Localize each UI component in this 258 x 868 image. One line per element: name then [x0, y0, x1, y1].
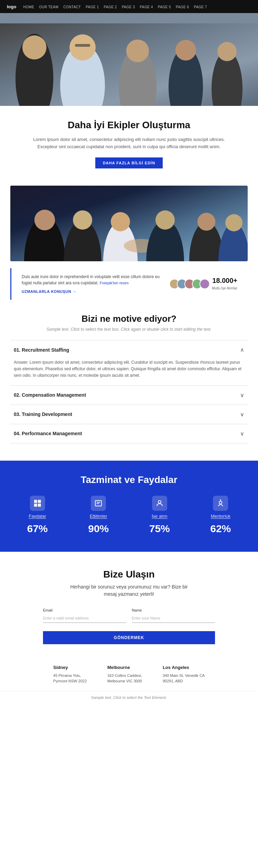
- office-melbourne-city: Melbourne: [107, 665, 142, 670]
- happy-hires-count: 18.000+: [212, 277, 237, 285]
- office-sydney-address: 45 Pirrama Yolu, Pyrmont NSW 2022: [53, 673, 87, 684]
- nav-home[interactable]: HOME: [23, 5, 34, 9]
- benefit-item-3: İşe alım 75%: [132, 496, 187, 535]
- email-label: Email: [43, 608, 126, 612]
- intro-cta-button[interactable]: DAHA FAZLA BİLGİ EDİN: [95, 157, 163, 168]
- benefits-icon-3: [155, 499, 164, 507]
- benefit-icon-2: [91, 496, 106, 511]
- nav-page4[interactable]: PAGE 4: [140, 5, 153, 9]
- name-input[interactable]: [132, 614, 215, 623]
- stats-cta-link[interactable]: UZMANLARLA KONUŞUN →: [22, 289, 162, 295]
- office-melbourne-address: 163 Collins Caddesi, Melbourne VIC 3000: [107, 673, 142, 684]
- svg-point-25: [225, 214, 243, 231]
- office-la-city: Los Angeles: [163, 665, 205, 670]
- stats-description: Duis aute irure dolor in reprehenderit i…: [22, 274, 162, 295]
- svg-rect-26: [34, 500, 37, 503]
- hero-overlay: [0, 78, 258, 106]
- svg-rect-27: [38, 500, 41, 503]
- stats-text-line1: Duis aute irure dolor in reprehenderit i…: [22, 274, 160, 285]
- benefits-grid: Faydalar 67% Eğitimler 90% İşe alım: [10, 496, 248, 535]
- accordion-item-4: 04. Performance Management ∨: [10, 424, 248, 443]
- nav-page6[interactable]: PAGE 6: [176, 5, 189, 9]
- contact-title: Bize Ulaşın: [10, 569, 248, 580]
- benefit-icon-4: [213, 496, 228, 511]
- accordion-header-3[interactable]: 03. Training Development ∨: [10, 405, 248, 424]
- svg-point-33: [158, 501, 161, 503]
- benefit-percent-3: 75%: [149, 523, 170, 535]
- email-form-group: Email: [43, 608, 126, 623]
- accordion-title-4: 04. Performance Management: [14, 431, 82, 436]
- intro-description: Lorem ipsum dolor sit amet, consectetur …: [29, 136, 229, 151]
- benefit-icon-3: [152, 496, 167, 511]
- accordion-title-3: 03. Training Development: [14, 411, 72, 417]
- accordion-item-2: 02. Compensation Management ∨: [10, 385, 248, 405]
- accordion-header-1[interactable]: 01. Recruitment Staffing ∧: [10, 340, 248, 359]
- stats-freepik-link[interactable]: Freepik'ten resim: [100, 281, 129, 285]
- nav-page1[interactable]: PAGE 1: [86, 5, 99, 9]
- benefit-label-4: Mentorluk: [211, 514, 230, 519]
- team-image-section: [0, 179, 258, 268]
- benefit-item-2: Eğitimler 90%: [72, 496, 126, 535]
- contact-subtitle: Herhangi bir sorunuz veya yorumunuz mu v…: [10, 583, 248, 598]
- svg-point-14: [34, 210, 55, 230]
- avatar-row: [169, 279, 210, 289]
- svg-point-23: [197, 213, 215, 231]
- svg-point-36: [220, 499, 221, 500]
- navbar: logo HOME OUR TEAM CONTACT PAGE 1 PAGE 2…: [0, 0, 258, 13]
- nav-our-team[interactable]: OUR TEAM: [39, 5, 58, 9]
- accordion-header-2[interactable]: 02. Compensation Management ∨: [10, 386, 248, 405]
- office-melbourne: Melbourne 163 Collins Caddesi, Melbourne…: [107, 665, 142, 684]
- accordion-header-4[interactable]: 04. Performance Management ∨: [10, 424, 248, 443]
- benefit-icon-1: [30, 496, 45, 511]
- submit-button[interactable]: GÖNDERMEK: [43, 631, 215, 644]
- intro-title: Daha İyi Ekipler Oluşturma: [10, 120, 248, 131]
- accordion: 01. Recruitment Staffing ∧ Answer. Lorem…: [10, 340, 248, 443]
- nav-page7[interactable]: PAGE 7: [194, 5, 207, 9]
- accordion-item-1: 01. Recruitment Staffing ∧ Answer. Lorem…: [10, 340, 248, 385]
- accordion-title-1: 01. Recruitment Staffing: [14, 347, 69, 353]
- name-label: Name: [132, 608, 215, 612]
- team-svg: [10, 186, 248, 261]
- svg-point-21: [155, 210, 175, 230]
- motivation-title: Bizi ne motive ediyor?: [10, 314, 248, 324]
- hero-section: [0, 13, 258, 106]
- office-la: Los Angeles 340 Main St, Venedik CA 9029…: [163, 665, 205, 684]
- benefit-percent-4: 62%: [210, 523, 231, 535]
- benefit-percent-2: 90%: [88, 523, 109, 535]
- accordion-body-1: Answer. Lorem ipsum dolor sit amet, cons…: [10, 359, 248, 385]
- benefit-label-3: İşe alım: [152, 514, 168, 519]
- avatar-5: [200, 279, 210, 289]
- nav-page2[interactable]: PAGE 2: [104, 5, 117, 9]
- logo: logo: [7, 4, 16, 9]
- accordion-chevron-1: ∧: [240, 347, 244, 353]
- accordion-chevron-4: ∨: [240, 430, 244, 437]
- offices-section: Sidney 45 Pirrama Yolu, Pyrmont NSW 2022…: [0, 655, 258, 691]
- accordion-chevron-3: ∨: [240, 411, 244, 418]
- motivation-subtitle: Sample text. Click to select the text bo…: [10, 327, 248, 332]
- stats-number-block: 18.000+ Mutlu İşe Alımlar: [212, 277, 237, 291]
- accordion-chevron-2: ∨: [240, 392, 244, 398]
- svg-rect-28: [34, 504, 37, 507]
- footer-note: Sample text. Click to select the Text El…: [0, 691, 258, 704]
- benefit-item-4: Mentorluk 62%: [194, 496, 248, 535]
- stats-avatars-group: 18.000+ Mutlu İşe Alımlar: [169, 277, 237, 291]
- nav-page5[interactable]: PAGE 5: [158, 5, 171, 9]
- accordion-item-3: 03. Training Development ∨: [10, 405, 248, 424]
- benefit-item-1: Faydalar 67%: [10, 496, 65, 535]
- contact-form: Email Name GÖNDERMEK: [43, 608, 215, 644]
- benefit-label-2: Eğitimler: [90, 514, 107, 519]
- team-image-box: [10, 186, 248, 261]
- benefits-title: Tazminat ve Faydalar: [10, 474, 248, 485]
- benefits-icon-2: [94, 499, 103, 507]
- nav-contact[interactable]: CONTACT: [63, 5, 81, 9]
- office-sydney-city: Sidney: [53, 665, 87, 670]
- svg-point-18: [111, 212, 130, 231]
- office-sydney: Sidney 45 Pirrama Yolu, Pyrmont NSW 2022: [53, 665, 87, 684]
- benefits-icon-4: [216, 499, 225, 507]
- svg-point-16: [73, 210, 92, 230]
- intro-section: Daha İyi Ekipler Oluşturma Lorem ipsum d…: [0, 106, 258, 179]
- stats-bar: Duis aute irure dolor in reprehenderit i…: [10, 268, 248, 300]
- motivation-section: Bizi ne motive ediyor? Sample text. Clic…: [0, 300, 258, 450]
- nav-page3[interactable]: PAGE 3: [122, 5, 135, 9]
- email-input[interactable]: [43, 614, 126, 623]
